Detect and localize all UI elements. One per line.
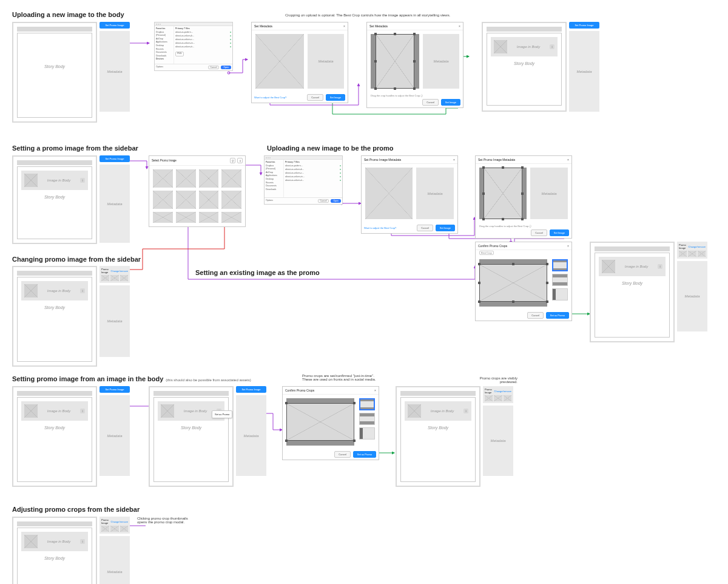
promo-crop-thumb[interactable] — [120, 275, 128, 281]
info-icon[interactable]: i — [80, 178, 85, 183]
promo-crop-thumb[interactable] — [485, 395, 493, 401]
finder-open-button[interactable]: Open — [221, 66, 231, 69]
finder-open-button[interactable]: Open — [331, 199, 341, 203]
close-icon[interactable]: × — [567, 244, 569, 248]
crop-ratio-thumb[interactable] — [359, 413, 375, 425]
promo-image-label: Promo Image — [101, 518, 111, 525]
set-image-button[interactable]: Set Image — [326, 94, 345, 101]
promo-crop-thumb[interactable] — [101, 526, 109, 532]
info-icon[interactable]: i — [658, 264, 662, 269]
set-as-promo-button[interactable]: Set as Promo — [546, 312, 569, 319]
image-grid-cell[interactable] — [221, 212, 241, 223]
modal-title: Set Promo Image Metadata — [364, 158, 401, 161]
file-open-dialog[interactable]: Favorites Dropbox (Personal) AirDrop App… — [154, 22, 233, 71]
close-icon[interactable]: × — [343, 24, 345, 28]
promo-crop-thumb[interactable] — [110, 526, 118, 532]
close-icon[interactable]: × — [567, 158, 569, 161]
image-grid-cell[interactable] — [221, 169, 241, 188]
cancel-button[interactable]: Cancel — [334, 451, 350, 458]
metadata-placeholder: Metadata — [308, 34, 344, 89]
info-icon[interactable]: i — [550, 44, 554, 49]
cancel-button[interactable]: Cancel — [531, 229, 547, 236]
image-grid-cell[interactable] — [153, 169, 173, 188]
set-image-button[interactable]: Set Image — [436, 225, 455, 231]
change-remove-link[interactable]: Change/remove — [111, 520, 128, 523]
image-grid-cell[interactable] — [153, 191, 173, 209]
image-grid-cell[interactable] — [221, 191, 241, 209]
modal-title: Set Metadata — [369, 24, 388, 28]
finder-file[interactable]: about-us-values-tr...● — [175, 46, 231, 49]
image-grid-cell[interactable] — [153, 212, 173, 223]
upload-icon[interactable]: ⇧ — [237, 158, 243, 163]
promo-crop-thumb[interactable] — [494, 395, 502, 401]
body-image-row[interactable]: Image in Body i — [491, 37, 558, 56]
info-icon[interactable]: i — [463, 409, 468, 413]
image-grid-cell[interactable] — [176, 169, 196, 188]
change-remove-link[interactable]: Change/remove — [494, 390, 511, 393]
finder-format-select[interactable]: PNG — [175, 52, 184, 56]
info-icon[interactable]: i — [80, 409, 85, 413]
adjust-crop-link[interactable]: Want to adjust the Best Crop? — [364, 226, 396, 229]
finder-cancel-button[interactable]: Cancel — [208, 66, 220, 69]
cancel-button[interactable]: Cancel — [307, 94, 323, 101]
crop-ratio-thumb[interactable] — [359, 427, 375, 440]
cancel-button[interactable]: Cancel — [417, 225, 433, 231]
set-metadata-crop-modal: Set Metadata× Metadata Drag the crop han… — [366, 22, 463, 108]
set-promo-image-button[interactable]: Set Promo Image — [99, 386, 130, 393]
set-image-button[interactable]: Set Image — [550, 229, 569, 236]
image-grid-cell[interactable] — [176, 191, 196, 209]
change-remove-link[interactable]: Change/remove — [111, 270, 128, 273]
set-as-promo-button[interactable]: Set as Promo — [353, 451, 376, 458]
image-grid-cell[interactable] — [199, 169, 219, 188]
body-image-row[interactable]: Image in Body i — [21, 171, 88, 190]
finder-options[interactable]: Options — [156, 66, 163, 69]
body-image-row[interactable]: Image in Body i — [405, 401, 471, 421]
cancel-button[interactable]: Cancel — [422, 99, 438, 106]
section-title-set-promo-sidebar: Setting a promo image from the sidebar — [12, 144, 138, 152]
modal-title: Set Promo Image Metadata — [478, 158, 515, 161]
set-promo-image-button[interactable]: Set Promo Image — [99, 155, 130, 162]
promo-crop-thumb[interactable] — [688, 251, 696, 257]
metadata-panel: Metadata — [569, 31, 599, 112]
info-icon[interactable]: i — [80, 539, 85, 544]
adjust-crop-link[interactable]: Want to adjust the Best Crop? — [254, 96, 286, 99]
info-icon[interactable]: i — [80, 288, 85, 293]
image-grid-cell[interactable] — [199, 191, 219, 209]
close-icon[interactable]: × — [459, 24, 460, 28]
set-image-button[interactable]: Set Image — [441, 99, 460, 106]
finder-cancel-button[interactable]: Cancel — [318, 199, 329, 203]
set-as-promo-popover[interactable]: Set as Promo — [212, 410, 232, 418]
promo-crop-thumb[interactable] — [679, 251, 687, 257]
body-image-row[interactable]: Image in Body i — [21, 532, 88, 551]
close-icon[interactable]: × — [374, 389, 376, 392]
file-open-dialog[interactable]: Favorites Dropbox (Personal)AirDrop Appl… — [264, 155, 343, 205]
promo-crop-thumb[interactable] — [504, 395, 511, 401]
search-icon[interactable]: ⚲ — [230, 158, 235, 163]
close-icon[interactable]: × — [453, 158, 455, 161]
change-remove-link[interactable]: Change/remove — [689, 245, 706, 248]
cancel-button[interactable]: Cancel — [527, 312, 543, 319]
editor-with-body-image: Image in Body i Story Body Set Promo Ima… — [12, 155, 130, 244]
body-image-row[interactable]: Image in Body i — [599, 257, 666, 276]
set-metadata-modal: Set Metadata× Metadata Want to adjust th… — [251, 22, 348, 103]
crop-select[interactable]: Best Crop — [479, 251, 494, 255]
select-promo-modal: Select Promo Image ⚲ ⇧ — [149, 155, 246, 227]
set-promo-image-button[interactable]: Set Promo Image — [99, 22, 130, 29]
body-image-row[interactable]: Image in Body i — [21, 401, 88, 421]
promo-crop-thumb[interactable] — [101, 275, 109, 281]
crop-ratio-thumb[interactable] — [359, 398, 375, 410]
caption-crop-optional: Cropping on upload is optional. The Best… — [285, 13, 450, 17]
body-image-row[interactable]: Image in Body i — [21, 281, 88, 300]
crop-ratio-thumb[interactable] — [552, 288, 568, 300]
finder-item[interactable]: Dropbox (Personal) — [156, 31, 172, 38]
crop-ratio-thumb[interactable] — [552, 259, 568, 271]
promo-crop-thumb[interactable] — [110, 275, 118, 281]
image-grid-cell[interactable] — [199, 212, 219, 223]
promo-crop-thumb[interactable] — [698, 251, 706, 257]
crop-ratio-thumb[interactable] — [552, 274, 568, 286]
set-promo-image-button[interactable]: Set Promo Image — [236, 386, 266, 393]
image-grid-cell[interactable] — [176, 212, 196, 223]
set-promo-image-button[interactable]: Set Promo Image — [569, 22, 599, 29]
promo-crop-thumb[interactable] — [120, 526, 128, 532]
promo-image-label: Promo Image — [101, 268, 111, 274]
